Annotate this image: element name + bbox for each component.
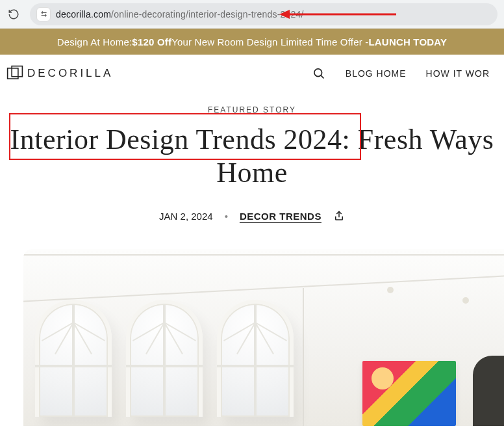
- brand-name: DECORILLA: [27, 67, 113, 80]
- nav-how-it-works[interactable]: HOW IT WOR: [426, 68, 490, 79]
- url-path: /online-decorating/interior-design-trend…: [111, 9, 304, 20]
- hero-doorway: [473, 356, 504, 426]
- reload-button[interactable]: [6, 7, 21, 21]
- article-title: Interior Design Trends 2024: Fresh Ways …: [10, 124, 494, 189]
- article-header: FEATURED STORY Interior Design Trends 20…: [0, 86, 504, 222]
- svg-point-4: [314, 69, 322, 77]
- brand-logo[interactable]: DECORILLA: [6, 65, 113, 82]
- share-button[interactable]: [333, 210, 345, 222]
- article-title-line1: Interior Design Trends 2024: Fresh Ways: [10, 124, 494, 157]
- hero-painting: [362, 361, 456, 426]
- site-header: DECORILLA BLOG HOME HOW IT WOR: [0, 55, 504, 86]
- header-nav: BLOG HOME HOW IT WOR: [312, 66, 490, 81]
- hero-window: [217, 300, 294, 417]
- site-info-icon: ⇆: [41, 10, 47, 18]
- nav-blog-home[interactable]: BLOG HOME: [346, 68, 407, 79]
- address-bar[interactable]: ⇆ decorilla.com/online-decorating/interi…: [30, 3, 498, 25]
- search-icon: [312, 67, 325, 80]
- meta-separator: •: [225, 211, 228, 222]
- browser-toolbar: ⇆ decorilla.com/online-decorating/interi…: [0, 0, 504, 29]
- reload-icon: [8, 8, 19, 20]
- promo-middle: Your New Room Design Limited Time Offer …: [171, 36, 368, 47]
- url-domain: decorilla.com: [56, 9, 111, 20]
- article-date: JAN 2, 2024: [159, 211, 213, 222]
- hero-window: [35, 300, 112, 417]
- site-info-button[interactable]: ⇆: [36, 7, 51, 21]
- share-icon: [333, 210, 345, 222]
- promo-offer: $120 Off: [132, 36, 171, 47]
- promo-prefix: Design At Home:: [57, 36, 132, 47]
- promo-banner[interactable]: Design At Home: $120 Off Your New Room D…: [0, 29, 504, 55]
- url-text: decorilla.com/online-decorating/interior…: [56, 9, 304, 20]
- featured-label: FEATURED STORY: [0, 105, 504, 114]
- article-meta: JAN 2, 2024 • DECOR TRENDS: [0, 210, 504, 222]
- article-category-link[interactable]: DECOR TRENDS: [240, 211, 321, 222]
- promo-cta: LAUNCH TODAY: [368, 36, 447, 47]
- hero-image: [23, 249, 504, 426]
- svg-line-5: [321, 75, 324, 79]
- search-button[interactable]: [312, 66, 326, 81]
- article-title-line2: Home: [10, 157, 494, 190]
- brand-logo-icon: [6, 65, 23, 82]
- hero-window: [126, 300, 203, 417]
